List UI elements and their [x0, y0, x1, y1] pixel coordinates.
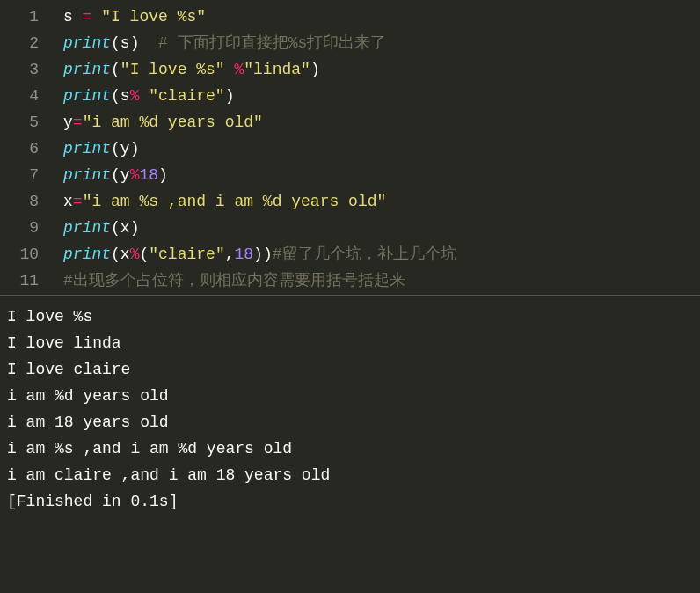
token-paren: (	[111, 219, 120, 237]
token-paren: (	[111, 245, 120, 263]
output-line: I love %s	[7, 304, 693, 330]
token-paren: )	[263, 245, 273, 263]
token-var: x	[63, 193, 73, 210]
output-line: i am 18 years old	[7, 409, 693, 436]
token-paren: )	[158, 166, 168, 184]
token-str: "claire"	[149, 245, 224, 263]
token-var: x	[120, 219, 130, 237]
line-number: 1	[7, 4, 39, 30]
line-number: 4	[7, 83, 39, 109]
token-paren: (	[111, 34, 120, 52]
token-paren: ,	[225, 245, 235, 263]
code-editor[interactable]: 1234567891011 s = "I love %s"print(s) # …	[0, 0, 700, 294]
token-str: "I love %s"	[101, 8, 206, 26]
token-func: print	[63, 166, 111, 184]
token-func: print	[63, 219, 111, 237]
token-str: "i am %d years old"	[83, 113, 263, 131]
token-var: y	[63, 113, 73, 131]
code-line[interactable]: print(y%18)	[63, 162, 700, 188]
output-line: i am %d years old	[7, 383, 693, 409]
code-line[interactable]: print(x%("claire",18))#留了几个坑，补上几个坑	[63, 241, 700, 267]
code-line[interactable]: y="i am %d years old"	[63, 109, 700, 135]
line-number: 6	[7, 135, 39, 162]
token-paren: )	[310, 61, 320, 78]
token-paren: )	[130, 219, 140, 237]
token-func: print	[63, 34, 111, 52]
token-op: =	[83, 8, 102, 26]
token-func: print	[63, 61, 111, 78]
token-func: print	[63, 87, 111, 105]
line-number-gutter: 1234567891011	[0, 4, 49, 294]
token-paren: (	[111, 61, 120, 78]
token-var: s	[120, 87, 130, 105]
token-var: y	[120, 140, 130, 157]
token-var: s	[63, 8, 83, 26]
token-paren: (	[139, 245, 149, 263]
token-str: "i am %s ,and i am %d years old"	[83, 193, 387, 210]
code-line[interactable]: print("I love %s" %"linda")	[63, 56, 700, 83]
token-paren: (	[111, 87, 120, 105]
line-number: 10	[7, 241, 39, 267]
token-cmt: #出现多个占位符，则相应内容需要用括号括起来	[63, 272, 405, 289]
line-number: 8	[7, 188, 39, 215]
token-paren: (	[111, 166, 120, 184]
token-str: "linda"	[244, 61, 310, 78]
token-var: y	[120, 166, 130, 184]
output-line: [Finished in 0.1s]	[7, 488, 693, 515]
line-number: 3	[7, 56, 39, 83]
token-num: 18	[235, 245, 254, 263]
token-var: s	[120, 34, 130, 52]
code-line[interactable]: x="i am %s ,and i am %d years old"	[63, 188, 700, 215]
code-line[interactable]: print(s) # 下面打印直接把%s打印出来了	[63, 30, 700, 56]
line-number: 2	[7, 30, 39, 56]
code-line[interactable]: print(s% "claire")	[63, 83, 700, 109]
output-panel: I love %sI love lindaI love clairei am %…	[0, 296, 700, 515]
token-num: 18	[139, 166, 158, 184]
code-line[interactable]: s = "I love %s"	[63, 4, 700, 30]
token-op: %	[130, 166, 140, 184]
output-line: I love claire	[7, 356, 693, 383]
token-paren: (	[111, 140, 120, 157]
token-paren: )	[253, 245, 263, 263]
token-cmt: #留了几个坑，补上几个坑	[273, 245, 456, 263]
code-area[interactable]: s = "I love %s"print(s) # 下面打印直接把%s打印出来了…	[49, 4, 700, 294]
output-line: i am claire ,and i am 18 years old	[7, 462, 693, 488]
token-op: %	[130, 87, 149, 105]
token-op: =	[73, 113, 83, 131]
token-str: "claire"	[149, 87, 224, 105]
output-line: i am %s ,and i am %d years old	[7, 436, 693, 462]
token-str: "I love %s"	[120, 61, 235, 78]
token-paren: )	[225, 87, 235, 105]
token-cmt: # 下面打印直接把%s打印出来了	[158, 34, 386, 52]
token-func: print	[63, 245, 111, 263]
token-op: %	[234, 61, 244, 78]
code-line[interactable]: #出现多个占位符，则相应内容需要用括号括起来	[63, 267, 700, 294]
token-var: x	[120, 245, 130, 263]
code-line[interactable]: print(y)	[63, 135, 700, 162]
line-number: 11	[7, 267, 39, 294]
token-paren: )	[130, 140, 140, 157]
code-line[interactable]: print(x)	[63, 215, 700, 241]
token-func: print	[63, 140, 111, 157]
token-op: =	[73, 193, 83, 210]
line-number: 7	[7, 162, 39, 188]
output-line: I love linda	[7, 330, 693, 356]
token-op: %	[130, 245, 140, 263]
line-number: 5	[7, 109, 39, 135]
line-number: 9	[7, 215, 39, 241]
token-paren: )	[130, 34, 158, 52]
